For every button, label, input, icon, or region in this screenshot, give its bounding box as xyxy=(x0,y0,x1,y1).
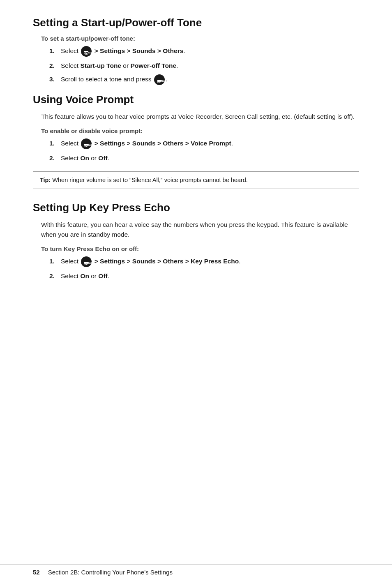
steps-list-keyecho: 1. Select MENU OK > Settings > Sounds > … xyxy=(49,256,359,281)
step-3-startup: 3. Scroll to select a tone and press MEN… xyxy=(49,74,359,85)
nav-path-1: > Settings > Sounds > Others xyxy=(95,47,184,54)
section-title-startup: Setting a Start-up/Power-off Tone xyxy=(33,16,359,29)
bold-on-echo: On xyxy=(80,272,89,279)
step-2-startup: 2. Select Start-up Tone or Power-off Ton… xyxy=(49,61,359,70)
step-text: Select Start-up Tone or Power-off Tone. xyxy=(61,61,359,70)
subtitle-startup: To set a start-up/power-off tone: xyxy=(41,35,359,42)
section-startup-tone: Setting a Start-up/Power-off Tone To set… xyxy=(33,16,359,85)
section-key-press-echo: Setting Up Key Press Echo With this feat… xyxy=(33,201,359,281)
bold-off: Off xyxy=(98,154,107,161)
menu-icon-1: MENU OK xyxy=(81,46,92,57)
section-title-keyecho: Setting Up Key Press Echo xyxy=(33,201,359,214)
step-num: 2. xyxy=(49,272,58,280)
step-num: 1. xyxy=(49,258,58,265)
footer-section-text: Section 2B: Controlling Your Phone’s Set… xyxy=(48,569,173,576)
bold-start-up-tone: Start-up Tone xyxy=(80,62,121,69)
nav-path-keyecho: > Settings > Sounds > Others > Key Press… xyxy=(95,258,239,265)
step-text: Select On or Off. xyxy=(61,153,359,163)
step-text: Select MENU OK > Settings > Sounds > Oth… xyxy=(61,256,359,267)
tip-box: Tip: When ringer volume is set to “Silen… xyxy=(33,171,359,189)
step-1-voice: 1. Select MENU OK > Settings > Sounds > … xyxy=(49,138,359,149)
footer-page-number: 52 xyxy=(33,569,40,576)
menu-icon-2: MENU OK xyxy=(154,74,165,85)
page-content: Setting a Start-up/Power-off Tone To set… xyxy=(0,0,392,314)
step-num: 2. xyxy=(49,154,58,162)
step-num: 3. xyxy=(49,76,58,83)
step-2-voice: 2. Select On or Off. xyxy=(49,153,359,163)
step-text: Select On or Off. xyxy=(61,271,359,281)
step-text: Scroll to select a tone and press MENU O… xyxy=(61,74,359,85)
step-text: Select MENU OK > Settings > Sounds > Oth… xyxy=(61,138,359,149)
subtitle-voice: To enable or disable voice prompt: xyxy=(41,127,359,134)
bold-on: On xyxy=(80,154,89,161)
subtitle-keyecho: To turn Key Press Echo on or off: xyxy=(41,245,359,252)
key-press-echo-body: With this feature, you can hear a voice … xyxy=(41,220,359,240)
step-num: 1. xyxy=(49,47,58,55)
step-text: Select MENU OK > Settings > Sounds > Oth… xyxy=(61,46,359,57)
bold-power-off-tone: Power-off Tone xyxy=(130,62,176,69)
voice-prompt-body: This feature allows you to hear voice pr… xyxy=(41,112,359,122)
menu-icon-4: MENU OK xyxy=(81,256,92,267)
tip-text: When ringer volume is set to “Silence Al… xyxy=(51,177,248,183)
nav-path-voice: > Settings > Sounds > Others > Voice Pro… xyxy=(95,140,231,147)
step-num: 2. xyxy=(49,62,58,69)
step-1-startup: 1. Select MENU OK > Settings > Sounds > … xyxy=(49,46,359,57)
bold-off-echo: Off xyxy=(98,272,107,279)
section-title-voice: Using Voice Prompt xyxy=(33,93,359,106)
menu-icon-3: MENU OK xyxy=(81,138,92,149)
step-num: 1. xyxy=(49,140,58,147)
step-2-keyecho: 2. Select On or Off. xyxy=(49,271,359,281)
tip-label: Tip: xyxy=(40,177,51,183)
step-1-keyecho: 1. Select MENU OK > Settings > Sounds > … xyxy=(49,256,359,267)
steps-list-voice: 1. Select MENU OK > Settings > Sounds > … xyxy=(49,138,359,163)
page-footer: 52 Section 2B: Controlling Your Phone’s … xyxy=(0,564,392,576)
section-voice-prompt: Using Voice Prompt This feature allows y… xyxy=(33,93,359,189)
steps-list-startup: 1. Select MENU OK > Settings > Sounds > … xyxy=(49,46,359,85)
